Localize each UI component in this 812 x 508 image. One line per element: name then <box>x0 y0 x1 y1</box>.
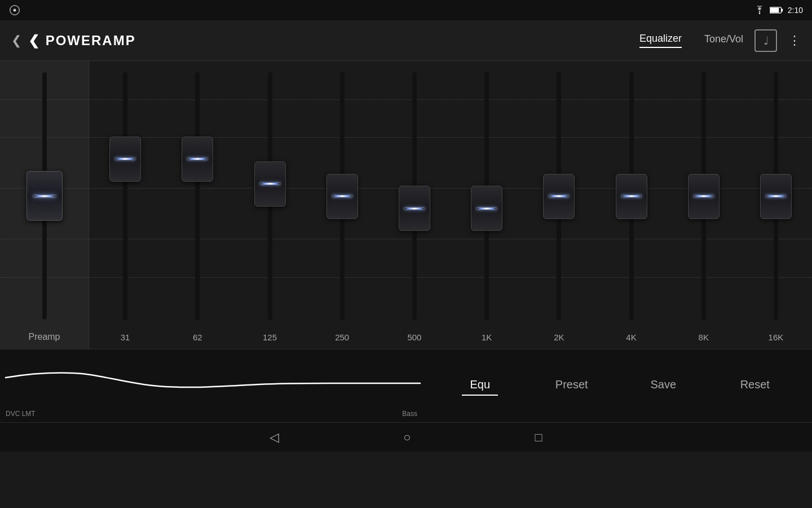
headphone-icon <box>9 5 20 16</box>
battery-icon <box>770 6 783 14</box>
preamp-label: Preamp <box>0 325 89 349</box>
slider-500[interactable] <box>399 186 430 231</box>
band-2k: 2K <box>523 61 595 349</box>
slider-track-125 <box>268 72 272 320</box>
slider-track-1k <box>484 72 489 320</box>
back-nav-icon[interactable]: ◁ <box>270 430 279 445</box>
band-label-250: 250 <box>335 326 349 349</box>
band-label-16k: 16K <box>769 326 784 349</box>
more-menu-button[interactable]: ⋮ <box>788 33 801 48</box>
slider-2k[interactable] <box>543 174 575 219</box>
bands-area: 31 62 125 250 500 <box>89 61 812 349</box>
band-label-4k: 4K <box>626 326 636 349</box>
tab-tonevol[interactable]: Tone/Vol <box>704 33 743 47</box>
band-label-125: 125 <box>263 326 277 349</box>
svg-point-1 <box>14 9 16 12</box>
band-8k: 8K <box>668 61 740 349</box>
band-label-500: 500 <box>407 326 421 349</box>
curve-area: DVC LMT Bass <box>0 349 423 422</box>
slider-track-31 <box>123 72 127 320</box>
tab-equ[interactable]: Equ <box>457 378 502 393</box>
back-button[interactable]: ❮ <box>11 33 21 48</box>
slider-track-250 <box>340 72 345 320</box>
band-250: 250 <box>306 61 378 349</box>
slider-track-4k <box>629 72 634 320</box>
status-right: 2:10 <box>754 6 803 15</box>
home-nav-icon[interactable]: ○ <box>403 430 411 445</box>
slider-track-16k <box>774 72 778 320</box>
tab-reset[interactable]: Reset <box>732 378 778 393</box>
slider-125[interactable] <box>254 161 286 207</box>
band-label-1k: 1K <box>482 326 492 349</box>
slider-16k[interactable] <box>760 174 792 219</box>
preamp-slider[interactable] <box>27 171 63 221</box>
recent-nav-icon[interactable]: □ <box>535 430 542 445</box>
svg-rect-4 <box>770 8 779 13</box>
app-title: ❮ POWERAMP <box>28 33 639 49</box>
band-500: 500 <box>378 61 451 349</box>
tab-equalizer[interactable]: Equalizer <box>639 33 682 48</box>
curve-labels: DVC LMT Bass <box>0 410 423 418</box>
band-16k: 16K <box>740 61 812 349</box>
nav-bar: ◁ ○ □ <box>0 422 812 452</box>
slider-62[interactable] <box>182 137 213 182</box>
slider-250[interactable] <box>326 174 358 219</box>
slider-4k[interactable] <box>616 174 647 219</box>
band-31: 31 <box>89 61 161 349</box>
band-label-62: 62 <box>193 326 202 349</box>
band-1k: 1K <box>451 61 523 349</box>
band-125: 125 <box>233 61 306 349</box>
slider-track-500 <box>412 72 417 320</box>
dvc-lmt-label: DVC LMT <box>6 410 36 418</box>
slider-1k[interactable] <box>471 186 502 231</box>
bottom-section: DVC LMT Bass Equ Preset Save Reset <box>0 349 812 422</box>
slider-8k[interactable] <box>688 174 720 219</box>
top-icons: ♩ ⋮ <box>754 29 801 52</box>
tab-save[interactable]: Save <box>641 378 686 393</box>
preamp-track <box>42 72 47 319</box>
bass-label: Bass <box>402 410 417 418</box>
slider-track-62 <box>195 72 200 320</box>
music-icon[interactable]: ♩ <box>754 29 777 52</box>
status-left <box>9 5 20 16</box>
svg-rect-5 <box>781 8 783 11</box>
band-label-8k: 8K <box>699 326 709 349</box>
band-62: 62 <box>161 61 233 349</box>
slider-track-8k <box>701 72 706 320</box>
band-label-31: 31 <box>121 326 130 349</box>
preamp-column: Preamp <box>0 61 89 349</box>
time-display: 2:10 <box>788 6 803 15</box>
top-nav-tabs: Equalizer Tone/Vol <box>639 33 743 48</box>
top-bar: ❮ ❮ POWERAMP Equalizer Tone/Vol ♩ ⋮ <box>0 20 812 61</box>
slider-31[interactable] <box>109 137 141 182</box>
tab-preset[interactable]: Preset <box>549 378 594 393</box>
eq-area: Preamp 31 62 125 25 <box>0 61 812 349</box>
eq-curve <box>0 355 423 411</box>
status-bar: 2:10 <box>0 0 812 20</box>
bottom-tabs: Equ Preset Save Reset <box>423 349 812 422</box>
svg-point-2 <box>759 13 761 15</box>
slider-track-2k <box>557 72 561 320</box>
band-label-2k: 2K <box>554 326 564 349</box>
band-4k: 4K <box>595 61 667 349</box>
wifi-icon <box>754 6 765 15</box>
